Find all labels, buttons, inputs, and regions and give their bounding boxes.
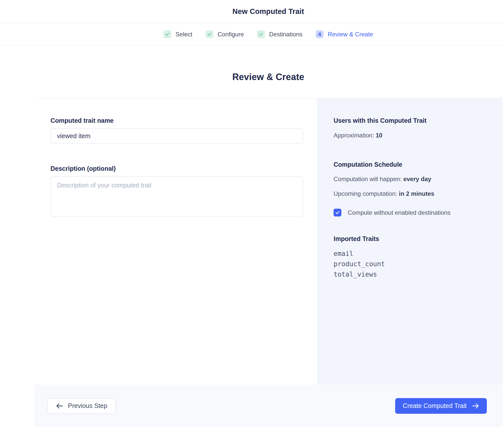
wizard-footer: Previous Step Create Computed Trait [34,385,502,427]
schedule-heading: Computation Schedule [334,161,492,168]
approximation-label: Approximation: [334,132,376,139]
imported-trait-item: email [334,249,492,259]
schedule-upcoming-label: Upcoming computation: [334,190,399,197]
imported-trait-item: product_count [334,259,492,269]
schedule-upcoming-line: Upcoming computation: in 2 minutes [334,190,492,198]
imported-traits-heading: Imported Traits [334,235,492,242]
section-heading: Review & Create [34,45,502,82]
create-computed-trait-label: Create Computed Trait [403,402,467,409]
description-textarea[interactable] [51,176,303,216]
step-number-badge: 4 [316,30,323,38]
step-configure[interactable]: Configure [206,30,244,38]
compute-without-destinations-row[interactable]: Compute without enabled destinations [334,209,492,216]
wizard-steps-bar: Select Configure Destinations 4 Review &… [0,23,504,45]
approximation-value: 10 [376,132,383,139]
step-complete-check-icon [163,30,171,38]
step-label: Select [175,31,192,38]
schedule-upcoming-value: in 2 minutes [399,190,434,197]
checkbox-checked-icon[interactable] [334,209,341,216]
step-complete-check-icon [257,30,265,38]
checkbox-label: Compute without enabled destinations [348,209,450,216]
page-title: New Computed Trait [233,7,304,16]
step-destinations[interactable]: Destinations [257,30,303,38]
previous-step-label: Previous Step [68,402,107,409]
previous-step-button[interactable]: Previous Step [47,398,116,414]
description-label: Description (optional) [51,165,317,172]
schedule-happen-label: Computation will happen: [334,176,403,182]
step-review-create[interactable]: 4 Review & Create [316,30,373,38]
step-select[interactable]: Select [163,30,192,38]
content-panel: Computed trait name Description (optiona… [34,98,502,385]
approximation-line: Approximation: 10 [334,131,492,139]
schedule-happen-line: Computation will happen: every day [334,175,492,183]
users-heading: Users with this Computed Trait [334,117,492,124]
trait-name-label: Computed trait name [51,117,317,124]
create-computed-trait-button[interactable]: Create Computed Trait [395,398,487,414]
summary-sidebar: Users with this Computed Trait Approxima… [317,98,502,385]
trait-form: Computed trait name Description (optiona… [34,98,317,385]
arrow-left-icon [56,403,63,409]
step-complete-check-icon [206,30,213,38]
imported-traits-list: email product_count total_views [334,249,492,280]
step-label: Configure [218,31,244,38]
step-label: Review & Create [328,31,373,38]
heading-band: Review & Create [34,45,502,98]
arrow-right-icon [472,403,479,409]
schedule-happen-value: every day [403,176,431,182]
imported-trait-item: total_views [334,269,492,280]
trait-name-input[interactable] [51,128,303,144]
title-bar: New Computed Trait [0,0,504,23]
step-label: Destinations [269,31,303,38]
